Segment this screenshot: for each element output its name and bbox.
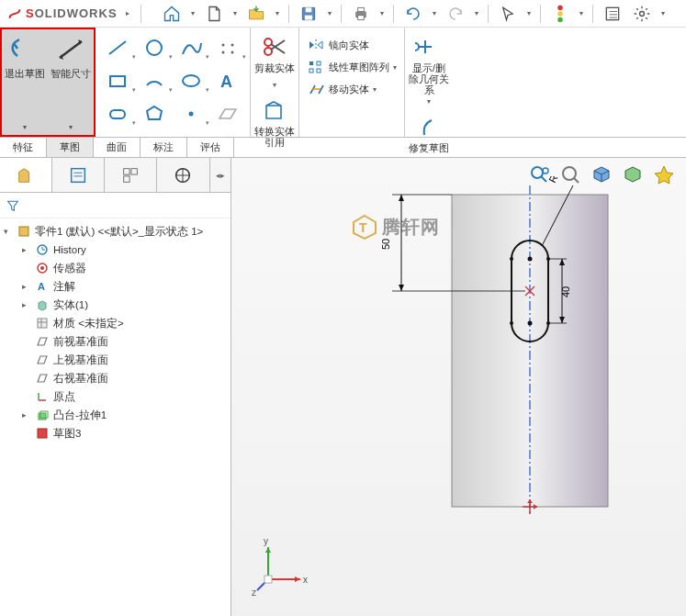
- mirror-label: 镜向实体: [329, 39, 369, 52]
- text-tool[interactable]: A: [211, 66, 244, 95]
- new-dropdown[interactable]: ▾: [231, 2, 240, 26]
- plane-icon: [35, 334, 50, 349]
- annotation-icon: A: [35, 279, 50, 294]
- svg-text:A: A: [220, 73, 232, 91]
- home-button[interactable]: [159, 2, 185, 26]
- separator: [540, 5, 541, 23]
- svg-rect-24: [110, 110, 125, 118]
- rebuild-button[interactable]: [547, 2, 573, 26]
- print-button[interactable]: [348, 2, 374, 26]
- undo-dropdown[interactable]: ▾: [430, 2, 439, 26]
- point-tool[interactable]: ▾: [174, 99, 208, 129]
- select-dropdown[interactable]: ▾: [524, 2, 534, 26]
- mirror-button[interactable]: 镜向实体: [307, 37, 397, 53]
- svg-rect-94: [264, 576, 272, 583]
- brand-dropdown[interactable]: ▸: [123, 2, 132, 26]
- exit-sketch-label: 退出草图: [5, 68, 45, 80]
- fillet-tool[interactable]: ▾: [211, 33, 244, 62]
- svg-point-26: [189, 112, 194, 117]
- svg-rect-1: [305, 7, 311, 12]
- history-icon: [35, 242, 50, 257]
- home-dropdown[interactable]: ▾: [188, 2, 197, 26]
- tree-sketch3[interactable]: 草图3: [4, 424, 227, 442]
- move-icon: [307, 81, 325, 97]
- select-button[interactable]: [495, 2, 521, 26]
- tree-front-plane[interactable]: 前视基准面: [4, 332, 227, 351]
- options-button[interactable]: [600, 2, 625, 26]
- ellipse-tool[interactable]: ▾: [174, 66, 208, 95]
- feature-tree[interactable]: ▾ 零件1 (默认) <<默认>_显示状态 1> ▸ History 传感器 ▸…: [0, 218, 231, 446]
- dim-50: 50: [380, 239, 391, 250]
- svg-rect-35: [317, 69, 321, 73]
- panel-tab-dimxpert[interactable]: [157, 158, 209, 192]
- redo-dropdown[interactable]: ▾: [472, 2, 481, 26]
- tree-top-plane[interactable]: 上视基准面: [4, 351, 227, 369]
- settings-button[interactable]: [629, 2, 655, 26]
- smart-dimension-label: 智能尺寸: [51, 68, 91, 80]
- polygon-tool[interactable]: [138, 99, 171, 129]
- svg-text:y: y: [264, 536, 268, 546]
- tree-solid[interactable]: ▸ 实体(1): [4, 296, 227, 314]
- undo-button[interactable]: [400, 2, 426, 26]
- trim-label: 剪裁实体: [254, 62, 295, 73]
- tree-root[interactable]: ▾ 零件1 (默认) <<默认>_显示状态 1>: [4, 222, 227, 241]
- separator: [141, 5, 141, 23]
- filter-icon[interactable]: [6, 198, 20, 213]
- appearance-button[interactable]: [651, 162, 677, 187]
- svg-rect-2: [304, 15, 311, 19]
- tree-history[interactable]: ▸ History: [4, 241, 227, 259]
- redo-button[interactable]: [443, 2, 468, 26]
- svg-marker-25: [147, 106, 162, 119]
- save-dropdown[interactable]: ▾: [325, 2, 334, 26]
- svg-point-19: [222, 51, 225, 54]
- slot-tool[interactable]: ▾: [101, 99, 134, 129]
- convert-button[interactable]: 转换实体引用 ▾: [254, 96, 295, 163]
- solid-icon: [35, 297, 50, 312]
- open-dropdown[interactable]: ▾: [273, 2, 282, 26]
- separator: [288, 5, 289, 23]
- panel-tab-more[interactable]: ◂▸: [210, 158, 231, 192]
- settings-dropdown[interactable]: ▾: [658, 2, 668, 26]
- pattern-button[interactable]: 线性草图阵列 ▾: [307, 59, 397, 75]
- tree-annotations[interactable]: ▸ A 注解: [4, 277, 227, 296]
- line-tool[interactable]: ▾: [101, 33, 134, 62]
- exit-sketch-button[interactable]: 退出草图 ▾: [2, 29, 48, 135]
- tab-features[interactable]: 特征: [0, 138, 47, 157]
- open-button[interactable]: [243, 2, 269, 26]
- tab-sketch[interactable]: 草图: [47, 138, 94, 157]
- trim-button[interactable]: 剪裁实体 ▾: [254, 33, 295, 89]
- tab-evaluate[interactable]: 评估: [187, 138, 234, 157]
- rectangle-tool[interactable]: ▾: [101, 66, 134, 95]
- panel-tab-feature-tree[interactable]: [0, 158, 52, 192]
- new-button[interactable]: [201, 2, 227, 26]
- repair-icon: [412, 113, 445, 140]
- tab-annotate[interactable]: 标注: [141, 138, 187, 157]
- svg-rect-39: [72, 168, 85, 182]
- panel-tab-config[interactable]: [105, 158, 157, 192]
- panel-tab-property[interactable]: [52, 158, 105, 192]
- rebuild-dropdown[interactable]: ▾: [577, 2, 586, 26]
- svg-point-38: [415, 43, 419, 50]
- mirror-icon: [307, 37, 325, 53]
- tree-sensors[interactable]: 传感器: [4, 259, 227, 277]
- svg-rect-43: [131, 168, 137, 174]
- tree-extrude[interactable]: ▸ 凸台-拉伸1: [4, 406, 227, 424]
- graphics-area[interactable]: T 腾轩网: [231, 158, 686, 616]
- show-relations-label: 显示/删除几何关系: [409, 62, 449, 95]
- plane-tool[interactable]: [211, 99, 244, 129]
- tree-origin[interactable]: 原点: [4, 387, 227, 406]
- repair-button[interactable]: 修复草图: [409, 113, 449, 153]
- tab-surface[interactable]: 曲面: [94, 138, 141, 157]
- circle-tool[interactable]: ▾: [138, 33, 171, 62]
- spline-tool[interactable]: ▾: [174, 33, 208, 62]
- show-relations-button[interactable]: 显示/删除几何关系 ▾: [409, 33, 449, 106]
- move-button[interactable]: 移动实体 ▾: [307, 81, 397, 97]
- pattern-label: 线性草图阵列: [329, 61, 389, 74]
- tree-material[interactable]: 材质 <未指定>: [4, 314, 227, 332]
- print-dropdown[interactable]: ▾: [377, 2, 387, 26]
- smart-dimension-button[interactable]: 智能尺寸 ▾: [48, 29, 94, 135]
- save-button[interactable]: [296, 2, 321, 26]
- model-view: R10 50 40: [342, 176, 654, 543]
- arc-tool[interactable]: ▾: [138, 66, 171, 95]
- tree-right-plane[interactable]: 右视基准面: [4, 369, 227, 387]
